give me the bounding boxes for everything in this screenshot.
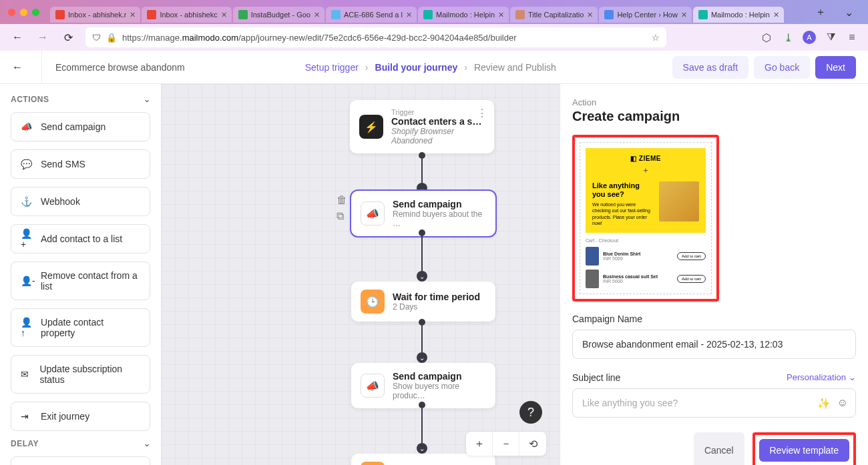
action-send-sms[interactable]: 💬Send SMS: [11, 149, 150, 179]
action-webhook[interactable]: ⚓Webhook: [11, 187, 150, 216]
close-icon[interactable]: ✕: [498, 11, 503, 19]
window-close-icon[interactable]: [8, 9, 15, 16]
template-preview[interactable]: ◧ ZIEME ＋ Like anything you see? We noti…: [580, 142, 712, 294]
favicon-icon: [238, 10, 248, 19]
preview-headline: Like anything you see?: [592, 181, 654, 199]
preview-product-row: Blue Denim Shirt INR 5000 Add to cart: [586, 247, 706, 266]
tab-label: Mailmodo : Helpin: [436, 11, 495, 19]
reload-button[interactable]: ⟳: [60, 31, 76, 44]
preview-product-price: INR 5600: [603, 279, 673, 284]
chevron-down-icon: ⌄: [849, 372, 856, 382]
action-update-property[interactable]: 👤↑Update contact property: [11, 308, 150, 347]
node-subtitle: 2 Days: [393, 302, 480, 312]
copy-icon[interactable]: ⧉: [337, 210, 349, 222]
action-label: Remove contact from a list: [41, 270, 140, 292]
extensions-icon[interactable]: ⧩: [824, 31, 837, 44]
preview-product-price: INR 5000: [603, 256, 673, 261]
bookmark-icon[interactable]: ☆: [652, 33, 660, 43]
step-build-journey[interactable]: Build your journey: [375, 62, 458, 73]
url-prefix: https://manage.: [122, 33, 182, 43]
sidebar: ACTIONS ⌄ 📣Send campaign 💬Send SMS ⚓Webh…: [0, 84, 162, 465]
tab-label: Title Capitalizatio: [528, 11, 584, 19]
downloads-icon[interactable]: ⤓: [781, 31, 795, 44]
browser-tab[interactable]: Mailmodo : Helpin✕: [693, 7, 784, 23]
emoji-icon[interactable]: ☺: [837, 396, 848, 409]
close-icon[interactable]: ✕: [314, 11, 319, 19]
close-icon[interactable]: ✕: [587, 11, 592, 19]
browser-tab[interactable]: Mailmodo : Helpin✕: [418, 7, 509, 23]
back-button[interactable]: ←: [9, 31, 25, 43]
close-icon[interactable]: ✕: [130, 11, 135, 19]
action-send-campaign[interactable]: 📣Send campaign: [11, 112, 150, 141]
node-title: Wait for time period: [393, 292, 480, 302]
preview-body: We noticed you were checking out our fas…: [592, 201, 654, 225]
browser-tab[interactable]: Help Center › How✕: [599, 7, 691, 23]
close-icon[interactable]: ✕: [221, 11, 226, 19]
close-icon[interactable]: ✕: [773, 11, 779, 19]
node-trigger[interactable]: ⚡ Trigger Contact enters a segment Shopi…: [350, 100, 494, 153]
zoom-in-button[interactable]: ＋: [466, 432, 493, 456]
journey-name[interactable]: Ecommerce browse abandonm ✎: [55, 62, 189, 73]
go-back-button[interactable]: Go back: [754, 56, 810, 79]
review-template-highlight: Review template: [752, 432, 857, 465]
new-tab-button[interactable]: ＋: [809, 3, 833, 22]
step-setup-trigger[interactable]: Setup trigger: [305, 62, 359, 73]
action-remove-contact[interactable]: 👤-Remove contact from a list: [11, 262, 150, 300]
node-title: Send campaign: [393, 371, 486, 382]
journey-canvas[interactable]: ⚡ Trigger Contact enters a segment Shopi…: [162, 84, 560, 465]
action-label: Send campaign: [41, 121, 105, 132]
sidebar-section-actions[interactable]: ACTIONS ⌄: [11, 95, 150, 104]
action-wait-period[interactable]: 🕒Wait for time period: [11, 456, 150, 465]
next-button[interactable]: Next: [815, 56, 856, 79]
window-minimize-icon[interactable]: [20, 9, 27, 16]
edge-handle[interactable]: ⌄: [417, 271, 427, 282]
sidebar-actions-label: ACTIONS: [11, 95, 49, 104]
campaign-name-input[interactable]: [572, 330, 856, 359]
delete-icon[interactable]: 🗑: [337, 194, 349, 206]
browser-tab[interactable]: InstaBudget - Goo✕: [233, 7, 324, 23]
url-bar[interactable]: 🛡 🔒 https://manage.mailmodo.com/app/jour…: [85, 27, 666, 47]
pocket-icon[interactable]: ⬡: [760, 31, 773, 44]
node-subtitle: Remind buyers about the …: [393, 209, 486, 228]
tab-overflow-button[interactable]: ⌄: [838, 3, 860, 21]
action-add-contact[interactable]: 👤+Add contact to a list: [11, 224, 150, 254]
address-bar-row: ← → ⟳ 🛡 🔒 https://manage.mailmodo.com/ap…: [0, 24, 868, 51]
menu-icon[interactable]: ≡: [845, 31, 859, 44]
window-maximize-icon[interactable]: [32, 9, 39, 16]
lock-icon: 🔒: [106, 33, 117, 43]
action-exit-journey[interactable]: ⇥Exit journey: [11, 402, 150, 431]
action-update-subscription[interactable]: ✉Update subscription status: [11, 355, 150, 394]
node-toolbar: 🗑 ⧉: [337, 194, 349, 222]
megaphone-icon: 📣: [21, 121, 33, 133]
sidebar-section-delay[interactable]: DELAY ⌄: [11, 439, 150, 448]
help-button[interactable]: ?: [519, 401, 542, 424]
template-preview-highlight: ◧ ZIEME ＋ Like anything you see? We noti…: [572, 135, 719, 302]
close-icon[interactable]: ✕: [681, 11, 686, 19]
review-template-button[interactable]: Review template: [759, 439, 850, 462]
edge-handle[interactable]: ⌄: [417, 352, 427, 363]
browser-titlebar: Inbox - abhishek.r✕Inbox - abhishekc✕Ins…: [0, 0, 868, 24]
forward-button: →: [35, 31, 51, 43]
cancel-button[interactable]: Cancel: [694, 432, 744, 465]
favicon-icon: [515, 10, 525, 19]
browser-tab[interactable]: Inbox - abhishek.r✕: [50, 7, 140, 23]
zoom-out-button[interactable]: －: [493, 432, 519, 456]
node-wait-1[interactable]: 🕒 Wait for time period 2 Days: [351, 282, 495, 322]
close-icon[interactable]: ✕: [406, 11, 411, 19]
zoom-reset-button[interactable]: ⟲: [519, 432, 546, 456]
journey-back-button[interactable]: ←: [12, 59, 28, 75]
browser-tab[interactable]: ACE-686 Send a l✕: [326, 7, 417, 23]
browser-tab[interactable]: Title Capitalizatio✕: [510, 7, 598, 23]
tab-label: Help Center › How: [617, 11, 677, 19]
browser-tab[interactable]: Inbox - abhishekc✕: [142, 7, 231, 23]
profile-avatar[interactable]: A: [803, 31, 816, 44]
preview-brand: ◧ ZIEME: [592, 155, 699, 162]
save-draft-button[interactable]: Save as draft: [672, 56, 749, 79]
subject-line-input[interactable]: [572, 388, 856, 418]
edge-handle[interactable]: ⌄: [417, 443, 427, 454]
campaign-name-label: Campaign Name: [572, 314, 856, 324]
magic-icon[interactable]: ✨: [817, 396, 831, 409]
kebab-icon[interactable]: ⋮: [477, 107, 487, 119]
personalization-link[interactable]: Personalization ⌄: [787, 372, 856, 382]
action-label: Update subscription status: [39, 364, 140, 385]
